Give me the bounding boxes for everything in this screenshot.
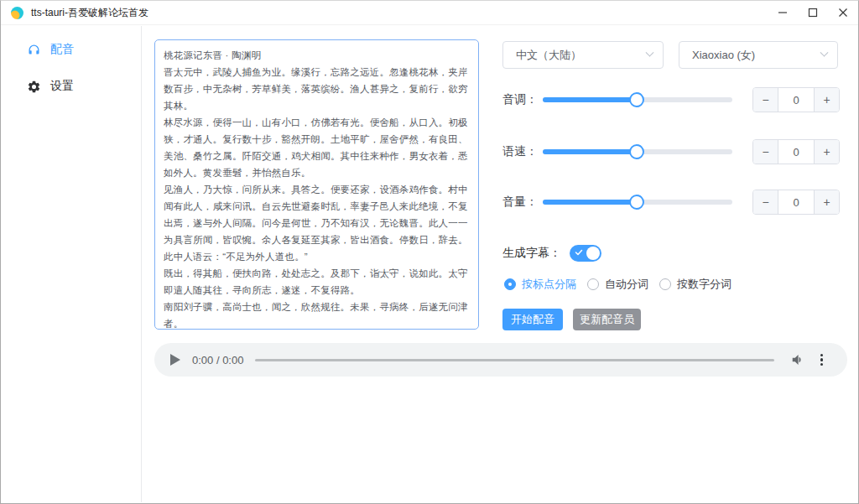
increase-button[interactable]: + — [814, 190, 839, 214]
volume-icon[interactable] — [789, 351, 806, 368]
kebab-menu-icon[interactable] — [820, 354, 824, 366]
start-dubbing-button[interactable]: 开始配音 — [502, 309, 563, 330]
decrease-button[interactable]: − — [753, 88, 778, 112]
slider-fill — [543, 200, 637, 205]
sidebar-item-voiceover[interactable]: 配音 — [2, 33, 141, 66]
minimize-icon — [778, 8, 788, 18]
voice-select[interactable]: Xiaoxiao (女) — [679, 41, 838, 69]
maximize-button[interactable] — [798, 1, 828, 24]
slider-thumb[interactable] — [629, 92, 644, 107]
player-seek-bar[interactable] — [255, 359, 773, 361]
speed-value[interactable]: 0 — [778, 140, 814, 164]
speed-label: 语速： — [502, 144, 543, 159]
play-icon[interactable] — [170, 354, 180, 366]
window-controls — [768, 1, 858, 24]
radio-split-by-punctuation[interactable]: 按标点分隔 — [504, 277, 576, 292]
radio-auto-segmentation[interactable]: 自动分词 — [587, 277, 648, 292]
pitch-stepper: − 0 + — [752, 87, 840, 112]
language-select[interactable]: 中文（大陆） — [502, 41, 664, 69]
radio-label: 按数字分词 — [677, 277, 731, 292]
close-button[interactable] — [828, 1, 858, 24]
slider-fill — [543, 149, 637, 154]
sidebar-item-label: 配音 — [50, 42, 74, 57]
titlebar[interactable]: tts-tauri-吾爱破解论坛首发 — [1, 1, 858, 25]
radio-label: 自动分词 — [605, 277, 648, 292]
speed-row: 语速： − 0 + — [502, 139, 840, 164]
close-icon — [838, 8, 848, 18]
pitch-label: 音调： — [502, 92, 543, 107]
subtitle-row: 生成字幕： — [502, 245, 601, 262]
split-mode-radio-group: 按标点分隔 自动分词 按数字分词 — [504, 277, 742, 292]
audio-player: 0:00 / 0:00 — [154, 343, 847, 377]
pitch-value[interactable]: 0 — [778, 88, 814, 112]
pitch-slider[interactable] — [543, 97, 732, 102]
sidebar: 配音 设置 — [2, 26, 142, 502]
toggle-thumb — [586, 247, 600, 260]
subtitle-toggle[interactable] — [570, 245, 601, 262]
volume-slider[interactable] — [543, 200, 732, 205]
radio-icon — [504, 278, 516, 290]
tts-text-input[interactable]: 桃花源记东晋 · 陶渊明 晋太元中，武陵人捕鱼为业。缘溪行，忘路之远近。忽逢桃花… — [154, 39, 479, 330]
radio-label: 按标点分隔 — [522, 277, 576, 292]
increase-button[interactable]: + — [814, 140, 839, 164]
pitch-row: 音调： − 0 + — [502, 87, 840, 112]
volume-label: 音量： — [502, 195, 543, 210]
slider-thumb[interactable] — [629, 144, 644, 159]
window-title: tts-tauri-吾爱破解论坛首发 — [31, 6, 148, 20]
voice-select-value: Xiaoxiao (女) — [692, 48, 755, 63]
headphones-icon — [27, 43, 41, 57]
radio-dot — [508, 283, 512, 286]
update-voices-button[interactable]: 更新配音员 — [573, 309, 641, 330]
chevron-down-icon — [646, 49, 654, 57]
speed-slider[interactable] — [543, 149, 732, 154]
volume-row: 音量： − 0 + — [502, 190, 840, 215]
slider-fill — [543, 97, 637, 102]
radio-split-by-number[interactable]: 按数字分词 — [659, 277, 731, 292]
radio-icon — [659, 278, 671, 290]
gear-icon — [27, 80, 41, 94]
language-select-value: 中文（大陆） — [516, 48, 581, 63]
subtitle-label: 生成字幕： — [502, 246, 561, 261]
volume-stepper: − 0 + — [752, 190, 840, 215]
tauri-logo-icon — [11, 7, 23, 19]
maximize-icon — [808, 8, 818, 18]
app-window: tts-tauri-吾爱破解论坛首发 配音 设置 — [0, 0, 859, 504]
volume-value[interactable]: 0 — [778, 190, 814, 214]
decrease-button[interactable]: − — [753, 140, 778, 164]
speed-stepper: − 0 + — [752, 139, 840, 164]
decrease-button[interactable]: − — [753, 190, 778, 214]
radio-icon — [587, 278, 599, 290]
check-icon — [575, 248, 583, 257]
chevron-down-icon — [820, 49, 829, 57]
player-time: 0:00 / 0:00 — [192, 354, 243, 366]
slider-thumb[interactable] — [629, 195, 644, 210]
increase-button[interactable]: + — [814, 88, 839, 112]
minimize-button[interactable] — [768, 1, 798, 24]
sidebar-item-settings[interactable]: 设置 — [2, 70, 141, 103]
sidebar-item-label: 设置 — [50, 79, 74, 94]
